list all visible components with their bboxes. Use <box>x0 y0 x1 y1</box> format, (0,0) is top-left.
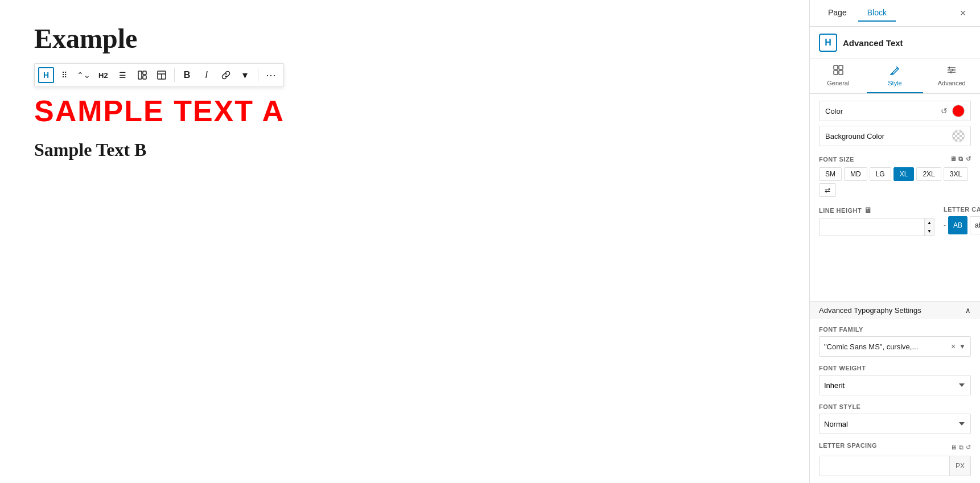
svg-rect-1 <box>143 71 146 75</box>
italic-button[interactable]: I <box>197 66 216 84</box>
sidebar-header: Page Block × <box>810 0 980 27</box>
adv-section-content: FONT FAMILY "Comic Sans MS", cursive,...… <box>810 319 980 483</box>
bg-color-swatch[interactable] <box>952 130 965 142</box>
ls-monitor-icon[interactable]: 🖥 <box>950 444 957 451</box>
panel-tab-general[interactable]: General <box>810 59 867 93</box>
size-btn-md[interactable]: MD <box>844 167 867 181</box>
line-height-stepper: ▲ ▼ <box>924 218 934 236</box>
color-reset-button[interactable]: ↺ <box>941 106 948 115</box>
tab-block[interactable]: Block <box>858 5 896 22</box>
size-btn-2xl[interactable]: 2XL <box>916 167 941 181</box>
desktop-icon[interactable]: 🖥 <box>950 155 957 163</box>
sample-text-a[interactable]: SAMPLE TEXT A <box>34 94 775 128</box>
link-button[interactable] <box>217 66 235 84</box>
lc-btn-uppercase[interactable]: AB <box>948 216 967 234</box>
lc-btn-lowercase[interactable]: ab <box>970 216 980 234</box>
font-weight-label: FONT WEIGHT <box>819 365 971 371</box>
drag-handle[interactable]: ⠿ <box>55 66 73 84</box>
copy-icon[interactable]: ⧉ <box>958 155 963 163</box>
adv-section-title: Advanced Typography Settings <box>819 306 921 315</box>
table-button[interactable] <box>153 66 171 84</box>
panel-tabs: General Style <box>810 59 980 94</box>
layout-button[interactable] <box>133 66 151 84</box>
size-btn-lg[interactable]: LG <box>870 167 891 181</box>
size-btn-reset[interactable]: ⇄ <box>819 183 836 197</box>
bg-color-label: Background Color <box>825 132 948 141</box>
sample-text-b[interactable]: Sample Text B <box>34 139 775 160</box>
letter-spacing-label-row: LETTER SPACING 🖥 ⧉ ↺ <box>819 442 971 452</box>
move-up-down[interactable]: ⌃⌄ <box>75 66 93 84</box>
block-type-icon: H <box>38 67 54 83</box>
svg-rect-0 <box>138 71 142 79</box>
font-style-select[interactable]: Normal Italic Oblique <box>819 414 971 434</box>
panel-tab-style[interactable]: Style <box>867 59 924 93</box>
line-height-monitor-icon[interactable]: 🖥 <box>864 206 872 214</box>
panel-tab-general-label: General <box>827 80 849 86</box>
ls-reset-icon[interactable]: ↺ <box>966 444 971 451</box>
font-family-dropdown-button[interactable]: ▼ <box>959 342 966 350</box>
sidebar: Page Block × H Advanced Text General <box>809 0 980 483</box>
letter-spacing-input[interactable] <box>820 456 949 476</box>
general-icon <box>833 65 843 77</box>
line-height-decrement[interactable]: ▼ <box>925 227 934 236</box>
font-family-field: "Comic Sans MS", cursive,... × ▼ <box>819 336 971 357</box>
block-info-icon: H <box>819 34 837 52</box>
bold-button[interactable]: B <box>178 66 196 84</box>
more-options-button[interactable]: ▾ <box>236 66 254 84</box>
size-btn-xl[interactable]: XL <box>893 167 915 181</box>
line-height-increment[interactable]: ▲ <box>925 218 934 227</box>
svg-rect-8 <box>834 71 838 75</box>
style-icon <box>890 65 900 77</box>
block-toolbar: H ⠿ ⌃⌄ H2 ☰ B I ▾ <box>34 63 284 87</box>
font-style-label: FONT STYLE <box>819 403 971 410</box>
ellipsis-button[interactable]: ⋯ <box>262 66 280 84</box>
panel-content: Color ↺ Background Color FONT SIZE 🖥 ⧉ ↺… <box>810 94 980 296</box>
collapse-icon: ∧ <box>965 306 971 315</box>
color-swatch[interactable] <box>952 105 965 117</box>
font-weight-select[interactable]: Inherit 100 - Thin 400 - Regular 700 - B… <box>819 375 971 395</box>
font-size-label: FONT SIZE <box>819 156 854 163</box>
color-label: Color <box>825 107 936 115</box>
heading-level-button[interactable]: H2 <box>94 66 113 84</box>
line-height-label: LINE HEIGHT 🖥 <box>819 206 934 214</box>
letter-case-buttons: - AB ab Ab <box>944 216 980 234</box>
svg-rect-6 <box>834 65 838 69</box>
panel-tab-advanced[interactable]: Advanced <box>923 59 980 93</box>
size-btn-sm[interactable]: SM <box>819 167 842 181</box>
font-family-clear-button[interactable]: × <box>951 342 956 351</box>
toolbar-divider-2 <box>258 68 258 82</box>
panel-tab-style-label: Style <box>888 80 901 86</box>
font-size-section-label: FONT SIZE 🖥 ⧉ ↺ <box>819 155 971 163</box>
size-btn-3xl[interactable]: 3XL <box>944 167 968 181</box>
letter-spacing-label: LETTER SPACING <box>819 442 877 449</box>
reset-icon[interactable]: ↺ <box>966 155 971 163</box>
ls-copy-icon[interactable]: ⧉ <box>959 444 963 451</box>
color-row: Color ↺ <box>819 101 971 121</box>
adv-typography-section: Advanced Typography Settings ∧ FONT FAMI… <box>810 301 980 483</box>
font-size-icons: 🖥 ⧉ ↺ <box>950 155 971 163</box>
svg-rect-2 <box>143 76 146 79</box>
toolbar-divider-1 <box>174 68 175 82</box>
advanced-icon <box>946 65 957 77</box>
font-family-label: FONT FAMILY <box>819 326 971 333</box>
align-button[interactable]: ☰ <box>114 66 132 84</box>
letter-case-sep: - <box>944 216 946 234</box>
line-height-input[interactable] <box>820 218 924 236</box>
tab-page[interactable]: Page <box>819 5 856 22</box>
svg-rect-9 <box>839 71 843 75</box>
letter-spacing-row: PX <box>819 456 971 476</box>
letter-case-item: LETTER CASE - AB ab Ab <box>944 206 980 236</box>
font-family-value: "Comic Sans MS", cursive,... <box>824 342 948 351</box>
adv-section-header[interactable]: Advanced Typography Settings ∧ <box>810 301 980 319</box>
close-sidebar-button[interactable]: × <box>955 5 971 21</box>
line-height-input-wrapper: ▲ ▼ <box>819 218 934 236</box>
line-height-item: LINE HEIGHT 🖥 ▲ ▼ <box>819 206 934 236</box>
block-info-title: Advanced Text <box>843 38 903 48</box>
letter-spacing-unit: PX <box>949 456 970 476</box>
line-height-letter-case-row: LINE HEIGHT 🖥 ▲ ▼ LETTER CASE - AB <box>819 206 971 236</box>
panel-tab-advanced-label: Advanced <box>938 80 966 86</box>
bg-color-row: Background Color <box>819 126 971 146</box>
svg-rect-7 <box>839 65 843 69</box>
sidebar-tabs: Page Block <box>819 5 896 22</box>
font-size-buttons: SM MD LG XL 2XL 3XL ⇄ <box>819 167 971 197</box>
